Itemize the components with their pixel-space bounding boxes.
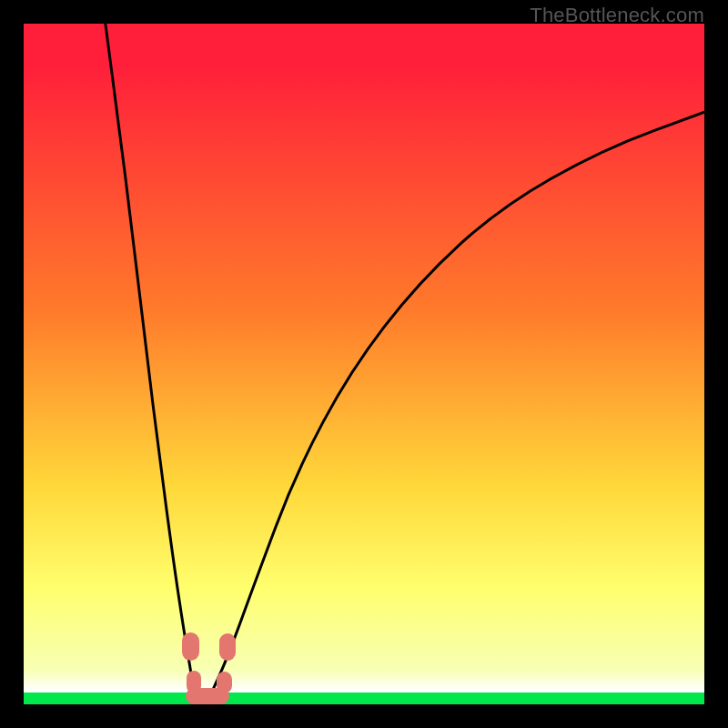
chart-frame: TheBottleneck.com — [0, 0, 728, 728]
marker-left-top-blob — [182, 632, 199, 661]
curves-layer — [24, 24, 704, 704]
marker-right-top-blob — [219, 633, 236, 661]
marker-bottom-blob — [186, 688, 229, 703]
right-branch-curve — [211, 112, 704, 694]
watermark-text: TheBottleneck.com — [530, 4, 704, 27]
plot-area — [24, 24, 704, 704]
left-branch-curve — [106, 24, 194, 694]
